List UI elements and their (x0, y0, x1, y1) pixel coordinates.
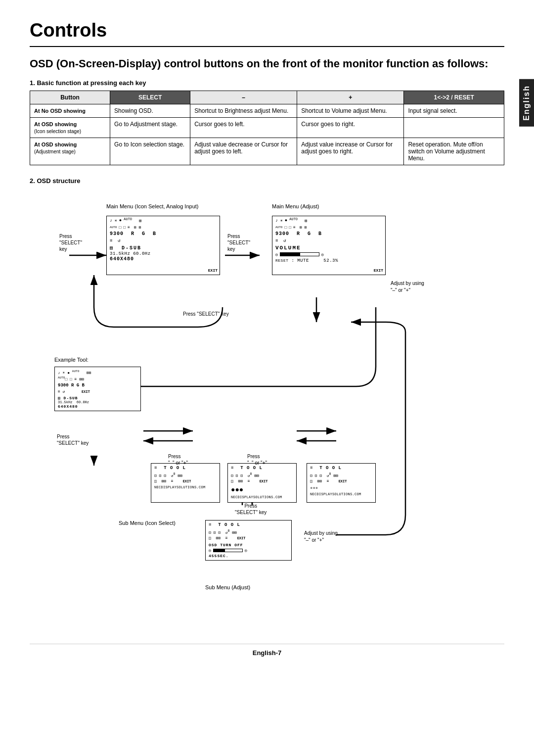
col-header-reset: 1<->2 / RESET (404, 91, 504, 104)
row1-select: Showing OSD. (110, 104, 190, 117)
main-menu-left-box: ♪☀● AUTO ⊞ AUTO □□≡ ⊞ ⊞ 9300 R G B ≡ ↺ ▤… (106, 216, 220, 275)
press-select-sub: Press"SELECT" key (235, 503, 267, 516)
sub-menu-icon-select-label: Sub Menu (Icon Select) (119, 520, 176, 526)
example-tool-label: Example Tool: (54, 357, 89, 363)
adjust-by-using-label: Adjust by using"–" or "+" (391, 280, 424, 294)
main-menu-right-box: ♪☀● AUTO ⊞ AUTO □□≡ ⊞ ⊞ 9300 R G B ≡ ↺ V… (272, 216, 386, 275)
page-title: Controls (30, 20, 504, 47)
example-tool-box: ♪ ☀ ● AUTO ⊞⊞ AUTO□ □ ≡ ⊞⊞ 9300 R G B ≡ … (54, 367, 141, 412)
row2-label: At OSD showing(Icon selection stage) (34, 121, 81, 134)
row1-plus: Shortcut to Volume adjust Menu. (297, 104, 404, 117)
press-minus-plus-2: Press"–" or "+" (247, 453, 267, 466)
row1-label: At No OSD showing (34, 108, 86, 114)
section1-title: 1. Basic function at pressing each key (30, 79, 504, 87)
row1-reset: Input signal select. (404, 104, 504, 117)
press-select-example: Press"SELECT" key (57, 433, 89, 446)
press-select-label-right: Press"SELECT"key (227, 233, 250, 252)
page-footer: English-7 (30, 644, 504, 657)
col-header-minus: – (190, 91, 297, 104)
col-header-select: SELECT (110, 91, 190, 104)
row3-label: At OSD showing(Adjustment stage) (34, 142, 77, 154)
row2-plus: Cursor goes to right. (297, 117, 404, 138)
table-row: At OSD showing(Adjustment stage) Go to I… (30, 138, 504, 165)
row2-minus: Cursor goes to left. (190, 117, 297, 138)
sub-menu-adjust-label: Sub Menu (Adjust) (205, 584, 250, 590)
sub-menu-tool-box-2: ≡ T O O L ⊡ ⊡ ⊡ ↺0 ⊞⊞ ◫ ⊞⊞ ≡ EXIT ●●● NE… (227, 463, 297, 503)
table-row: At OSD showing(Icon selection stage) Go … (30, 117, 504, 138)
adjust-by-using-bottom: Adjust by using"–" or "+" (304, 530, 338, 544)
page-subtitle: OSD (On-Screen-Display) control buttons … (30, 57, 504, 71)
sub-menu-tool-box-1: ≡ T O O L ⊡ ⊡ ⊡ ↺0 ⊞⊞ ◫ ⊞⊞ ≡ EXIT NECDIS… (151, 463, 220, 503)
table-row: At No OSD showing Showing OSD. Shortcut … (30, 104, 504, 117)
col-header-plus: + (297, 91, 404, 104)
row1-minus: Shortcut to Brightness adjust Menu. (190, 104, 297, 117)
english-language-tab: English (519, 79, 534, 127)
section2-title: 2. OSD structure (30, 177, 504, 185)
row3-plus: Adjust value increase or Cursor for adju… (297, 138, 404, 165)
controls-table: Button SELECT – + 1<->2 / RESET At No OS… (30, 91, 504, 165)
press-select-label-left: Press"SELECT"key (59, 233, 82, 252)
col-header-button: Button (30, 91, 110, 104)
sub-menu-adjust-box: ≡ T O O L ⊡ ⊡ ⊡ ↺0 ⊞⊞ ◫ ⊞⊞ ≡ EXIT OSD TU… (205, 520, 292, 561)
row2-select: Go to Adjustment stage. (110, 117, 190, 138)
sub-menu-tool-box-3: ≡ T O O L ⊡ ⊡ ⊡ ↺0 ⊞⊞ ◫ ⊞⊞ ≡ EXIT ●●● NE… (307, 463, 376, 503)
row3-minus: Adjust value decrease or Cursor for adju… (190, 138, 297, 165)
row2-reset (404, 117, 504, 138)
main-menu-label-left: Main Menu (Icon Select, Analog Input) (106, 203, 199, 209)
press-select-middle: Press "SELECT" key (183, 311, 229, 317)
main-menu-label-right: Main Menu (Adjust) (272, 203, 319, 209)
row3-reset: Reset operation. Mute off/on switch on V… (404, 138, 504, 165)
osd-diagram: Main Menu (Icon Select, Analog Input) Ma… (30, 189, 504, 634)
row3-select: Go to Icon selection stage. (110, 138, 190, 165)
press-minus-plus-1: Press"–" or "+" (168, 453, 188, 466)
